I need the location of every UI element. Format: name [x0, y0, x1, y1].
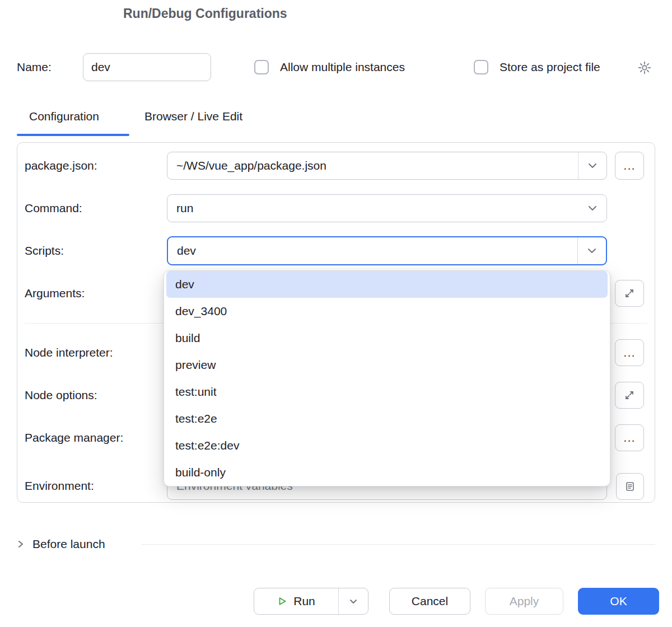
package-json-combobox[interactable]: ~/WS/vue_app/package.json [167, 152, 607, 180]
chevron-down-icon[interactable] [578, 152, 606, 179]
scripts-value: dev [168, 244, 577, 258]
dropdown-item-test-e2e[interactable]: test:e2e [166, 405, 608, 432]
scripts-dropdown-popup: dev dev_3400 build preview test:unit tes… [164, 270, 610, 486]
name-label: Name: [17, 60, 52, 74]
node-options-label: Node options: [25, 388, 97, 403]
package-manager-label: Package manager: [25, 431, 123, 445]
node-interpreter-label: Node interpreter: [25, 345, 113, 360]
scripts-combobox[interactable]: dev [167, 236, 607, 265]
package-json-browse-button[interactable]: ... [615, 152, 644, 180]
store-as-project-file-checkbox[interactable] [474, 60, 488, 74]
gear-icon[interactable] [636, 59, 653, 76]
active-tab-underline [17, 134, 129, 136]
chevron-down-icon[interactable] [577, 237, 606, 264]
list-icon [624, 481, 636, 492]
arguments-expand-button[interactable] [615, 280, 644, 307]
chevron-down-icon[interactable] [578, 195, 606, 222]
expand-icon [624, 288, 635, 299]
run-button[interactable]: Run [254, 588, 338, 614]
dropdown-item-preview[interactable]: preview [166, 352, 608, 378]
run-split-button[interactable]: Run [254, 588, 368, 615]
command-combobox[interactable]: run [167, 194, 607, 222]
cancel-button[interactable]: Cancel [389, 588, 470, 615]
dropdown-item-build[interactable]: build [166, 325, 608, 352]
dialog-title: Run/Debug Configurations [123, 6, 287, 21]
ok-button[interactable]: OK [578, 588, 659, 615]
tab-browser-live-edit[interactable]: Browser / Live Edit [144, 110, 242, 123]
package-json-label: package.json: [25, 158, 97, 173]
expand-icon [624, 390, 635, 401]
environment-label: Environment: [25, 479, 94, 493]
environment-variables-button[interactable] [616, 473, 644, 500]
before-launch-toggle[interactable]: Before launch [17, 536, 105, 553]
dropdown-item-test-unit[interactable]: test:unit [166, 378, 608, 405]
before-launch-label: Before launch [32, 537, 105, 551]
before-launch-divider [141, 544, 655, 545]
play-icon [277, 596, 287, 606]
chevron-down-icon [349, 599, 357, 604]
node-options-expand-button[interactable] [615, 382, 644, 409]
allow-multiple-instances-label: Allow multiple instances [280, 60, 405, 74]
chevron-right-icon [17, 540, 25, 548]
apply-button[interactable]: Apply [485, 588, 563, 615]
name-input[interactable] [83, 53, 211, 81]
dropdown-item-dev[interactable]: dev [166, 271, 608, 298]
node-interpreter-browse-button[interactable]: ... [615, 339, 644, 366]
dropdown-item-test-e2e-dev[interactable]: test:e2e:dev [166, 432, 608, 459]
run-button-label: Run [293, 595, 315, 608]
command-label: Command: [25, 201, 82, 216]
tab-configuration[interactable]: Configuration [29, 110, 99, 123]
store-as-project-file-label: Store as project file [500, 60, 600, 74]
arguments-label: Arguments: [25, 286, 85, 301]
package-manager-browse-button[interactable]: ... [615, 424, 644, 451]
dropdown-item-build-only[interactable]: build-only [166, 459, 608, 486]
package-json-value: ~/WS/vue_app/package.json [167, 159, 578, 172]
allow-multiple-instances-checkbox[interactable] [254, 60, 269, 74]
dropdown-item-dev-3400[interactable]: dev_3400 [166, 298, 608, 325]
run-options-chevron[interactable] [338, 588, 368, 614]
scripts-label: Scripts: [25, 244, 64, 258]
command-value: run [167, 202, 578, 215]
